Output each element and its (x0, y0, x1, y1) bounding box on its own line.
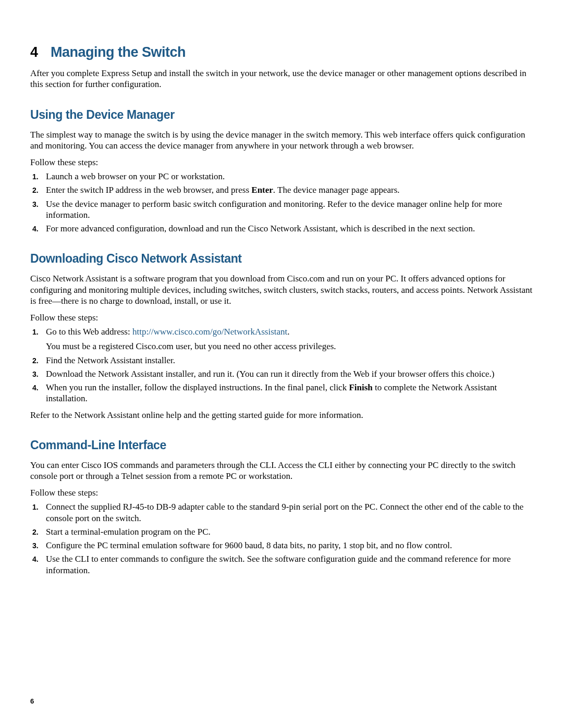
list-item: 3. Use the device manager to perform bas… (32, 199, 537, 221)
document-page: 4 Managing the Switch After you complete… (0, 0, 563, 604)
web-link[interactable]: http://www.cisco.com/go/NetworkAssistant (132, 327, 287, 337)
section-title: Managing the Switch (51, 44, 186, 60)
step-number: 4. (32, 225, 43, 234)
step-text: When you run the installer, follow the d… (46, 382, 537, 404)
list-item: 3. Configure the PC terminal emulation s… (32, 540, 537, 551)
step-subtext: You must be a registered Cisco.com user,… (46, 341, 537, 352)
list-item: 3. Download the Network Assistant instal… (32, 368, 537, 379)
cna-after: Refer to the Network Assistant online he… (30, 410, 537, 421)
section-number: 4 (30, 44, 38, 60)
step-number: 2. (32, 528, 43, 537)
heading-cli: Command-Line Interface (30, 438, 537, 452)
step-text: Go to this Web address: http://www.cisco… (46, 327, 290, 337)
step-text: Configure the PC terminal emulation soft… (46, 540, 537, 551)
step-number: 3. (32, 541, 43, 551)
step-text: Enter the switch IP address in the web b… (46, 184, 537, 195)
step-number: 4. (32, 555, 43, 564)
section-intro: After you complete Express Setup and ins… (30, 68, 537, 90)
step-number: 4. (32, 384, 43, 393)
list-item: 4. Use the CLI to enter commands to conf… (32, 553, 537, 576)
list-item: 4. For more advanced configuration, down… (32, 223, 537, 234)
step-number: 3. (32, 370, 43, 379)
list-item: 2. Enter the switch IP address in the we… (32, 184, 537, 195)
list-item: 1. Launch a web browser on your PC or wo… (32, 171, 537, 182)
dm-steps-list: 1. Launch a web browser on your PC or wo… (30, 171, 537, 234)
step-text: Use the device manager to perform basic … (46, 199, 537, 221)
step-text: Find the Network Assistant installer. (46, 355, 537, 366)
dm-intro: The simplest way to manage the switch is… (30, 129, 537, 152)
step-text: For more advanced configuration, downloa… (46, 223, 537, 234)
step-number: 1. (32, 328, 43, 337)
heading-cna: Downloading Cisco Network Assistant (30, 252, 537, 266)
step-text: Connect the supplied RJ-45-to DB-9 adapt… (46, 501, 537, 524)
step-text: Download the Network Assistant installer… (46, 368, 537, 379)
step-text: Start a terminal-emulation program on th… (46, 526, 537, 537)
cna-follow: Follow these steps: (30, 313, 537, 323)
step-text: Use the CLI to enter commands to configu… (46, 553, 537, 576)
list-item: 1. Go to this Web address: http://www.ci… (32, 326, 537, 352)
cli-follow: Follow these steps: (30, 488, 537, 498)
list-item: 4. When you run the installer, follow th… (32, 382, 537, 404)
step-number: 1. (32, 503, 43, 512)
heading-device-manager: Using the Device Manager (30, 108, 537, 122)
cli-intro: You can enter Cisco IOS commands and par… (30, 460, 537, 482)
dm-follow: Follow these steps: (30, 157, 537, 168)
list-item: 1. Connect the supplied RJ-45-to DB-9 ad… (32, 501, 537, 524)
step-text: Launch a web browser on your PC or works… (46, 171, 537, 182)
list-item: 2. Start a terminal-emulation program on… (32, 526, 537, 537)
section-heading: 4 Managing the Switch (30, 44, 537, 60)
step-number: 2. (32, 356, 43, 366)
step-number: 1. (32, 172, 43, 182)
step-number: 2. (32, 186, 43, 195)
cna-steps-list: 1. Go to this Web address: http://www.ci… (30, 326, 537, 404)
cna-intro: Cisco Network Assistant is a software pr… (30, 273, 537, 306)
step-number: 3. (32, 200, 43, 209)
list-item: 2. Find the Network Assistant installer. (32, 355, 537, 366)
cli-steps-list: 1. Connect the supplied RJ-45-to DB-9 ad… (30, 501, 537, 576)
page-number: 6 (30, 697, 34, 705)
